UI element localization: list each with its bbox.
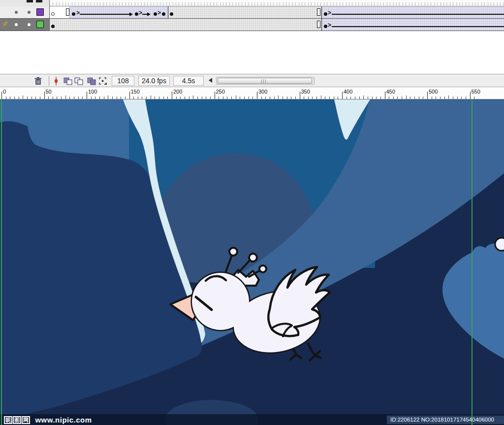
tween-chevron[interactable]: >: [328, 22, 331, 29]
nipic-logo: 昵图网 www.nipic.com: [4, 415, 92, 424]
frames-track-1[interactable]: >>>>: [50, 6, 504, 18]
frame-tick: [349, 2, 349, 5]
span-end-marker[interactable]: [317, 21, 320, 28]
timeline-row-2: ✎ >: [0, 19, 504, 31]
modify-markers-icon[interactable]: [98, 76, 108, 88]
frame-tick: [248, 2, 249, 5]
timeline-scrollbar[interactable]: [216, 77, 315, 85]
frame-tick: [453, 2, 453, 5]
keyframe-marker[interactable]: [72, 12, 75, 16]
frame-tick: [189, 2, 189, 5]
tween-span[interactable]: [69, 6, 168, 18]
static-span[interactable]: [168, 6, 321, 18]
layer2-color-swatch[interactable]: [36, 21, 44, 28]
current-frame-field[interactable]: 108: [112, 76, 134, 86]
span-end-marker[interactable]: [66, 8, 69, 16]
elapsed-time-field[interactable]: 4.5s: [173, 76, 204, 86]
frame-tick: [446, 2, 447, 5]
frame-tick: [472, 2, 472, 5]
frame-rate-field[interactable]: 24.0 fps: [138, 76, 170, 86]
stage-canvas[interactable]: [0, 99, 504, 425]
ruler-minor-tick: [265, 97, 266, 99]
keyframe-marker[interactable]: [170, 12, 173, 16]
scroll-left-icon[interactable]: [209, 78, 212, 83]
ruler-major-tick: [470, 92, 471, 99]
onion-skin-outlines-icon[interactable]: [74, 76, 84, 88]
frame-tick: [396, 2, 397, 5]
frame-divider[interactable]: [321, 19, 322, 31]
layer1-color-swatch[interactable]: [36, 8, 44, 16]
layer2-lock-dot[interactable]: [28, 23, 31, 26]
keyframe-marker[interactable]: [135, 12, 138, 16]
layer1-lock-dot[interactable]: [28, 11, 31, 14]
empty-keyframe-marker[interactable]: [51, 12, 55, 16]
span-end-marker[interactable]: [317, 8, 320, 16]
frames-track-2[interactable]: >: [50, 19, 504, 31]
tween-chevron[interactable]: >: [158, 9, 161, 16]
static-span[interactable]: [50, 19, 321, 31]
logo-char: 网: [22, 416, 30, 424]
ruler-minor-tick: [380, 97, 381, 99]
vertical-guide-left[interactable]: [1, 99, 2, 425]
keyframe-marker[interactable]: [162, 12, 165, 16]
vertical-guide-right[interactable]: [472, 99, 472, 425]
frame-tick: [500, 2, 501, 5]
tween-chevron[interactable]: >: [328, 9, 331, 16]
tween-line[interactable]: [332, 14, 504, 15]
ruler-label: 450: [386, 89, 395, 95]
layer2-visibility-dot[interactable]: [15, 23, 18, 26]
frame-divider[interactable]: [168, 6, 168, 18]
ruler-minor-tick: [117, 97, 117, 99]
frame-tick: [191, 2, 192, 5]
tween-arrow-head[interactable]: [147, 12, 151, 16]
ruler-minor-tick: [440, 97, 441, 99]
frame-tick: [176, 2, 176, 5]
outline-color-header-icon[interactable]: [27, 0, 33, 2]
ruler-minor-tick: [57, 97, 57, 99]
tween-chevron[interactable]: >: [139, 9, 142, 16]
ruler-minor-tick: [138, 97, 138, 99]
frame-tick: [393, 2, 394, 5]
tween-line[interactable]: [332, 26, 504, 27]
keyframe-marker[interactable]: [154, 12, 157, 16]
center-frame-icon[interactable]: [53, 76, 60, 88]
tween-chevron[interactable]: >: [76, 9, 80, 16]
keyframe-marker[interactable]: [51, 25, 55, 28]
frame-divider[interactable]: [321, 6, 322, 18]
ruler-major-tick: [300, 92, 300, 99]
scrollbar-thumb[interactable]: [218, 78, 312, 84]
tween-arrow-head[interactable]: [129, 12, 133, 16]
ruler-minor-tick: [402, 97, 402, 99]
frame-tick: [154, 2, 154, 5]
ruler-minor-tick: [223, 97, 223, 99]
onion-skin-icon[interactable]: [63, 76, 73, 88]
keyframe-marker[interactable]: [324, 12, 327, 16]
layer1-visibility-dot[interactable]: [15, 11, 18, 14]
ruler-minor-tick: [346, 97, 347, 99]
ruler-minor-tick: [240, 97, 240, 99]
tween-span[interactable]: [321, 6, 504, 18]
ruler-minor-tick: [355, 97, 355, 99]
frame-tick: [138, 2, 138, 5]
frame-tick: [504, 2, 504, 5]
keyframe-marker[interactable]: [324, 25, 327, 28]
ruler-minor-tick: [410, 97, 410, 99]
frame-tick: [169, 2, 170, 5]
outline-color-header-icon[interactable]: [36, 0, 42, 2]
frame-tick: [214, 2, 214, 5]
ruler-minor-tick: [448, 96, 449, 99]
ruler-major-tick: [427, 92, 428, 99]
layer-row-2-selected[interactable]: ✎: [0, 19, 50, 31]
edit-multiple-frames-icon[interactable]: [87, 76, 97, 88]
tween-arrow-line[interactable]: [80, 14, 130, 15]
pencil-edit-icon: ✎: [2, 20, 8, 29]
layer-row-1[interactable]: [0, 6, 50, 18]
trash-icon[interactable]: [33, 76, 43, 88]
ruler-minor-tick: [32, 97, 32, 99]
watermark-id-text: ID:2206122 NO:20181017174540406000: [387, 416, 504, 424]
horizontal-ruler[interactable]: 050100150200250300350400450500550: [0, 87, 504, 99]
tween-span[interactable]: [321, 19, 504, 31]
ruler-minor-tick: [287, 97, 287, 99]
frame-tick: [229, 2, 230, 5]
frame-tick: [418, 2, 419, 5]
